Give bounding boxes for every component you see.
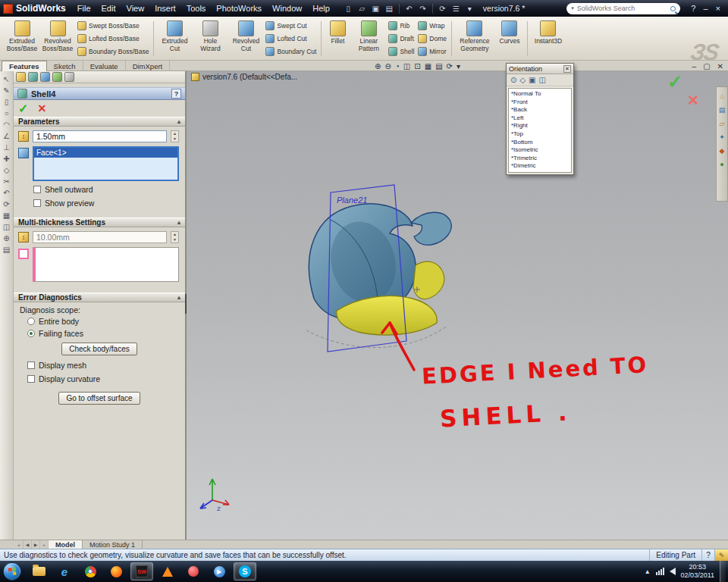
feature-tree-flyout[interactable]: version7.6 (Default<<Defa... — [191, 73, 297, 81]
tree-root-label[interactable]: version7.6 (Default<<Defa... — [202, 73, 297, 81]
zoom-to-area-icon[interactable]: ⊖ — [384, 62, 391, 70]
zoom-to-fit-icon[interactable]: ⊕ — [375, 62, 381, 70]
show-preview-checkbox[interactable] — [33, 199, 41, 207]
tab-sketch[interactable]: Sketch — [47, 61, 83, 71]
swept-boss-base-button[interactable]: Swept Boss/Base — [77, 20, 149, 32]
taskbar-clock[interactable]: 20:53 02/03/2011 — [681, 563, 714, 580]
view-top[interactable]: *Top — [511, 130, 569, 139]
featuremanager-tree-icon[interactable] — [16, 72, 26, 82]
design-library-icon[interactable]: ▤ — [719, 106, 726, 114]
left-toolbar-icon[interactable]: ↶ — [3, 189, 9, 197]
left-toolbar-icon[interactable]: ◇ — [4, 166, 10, 174]
accept-icon[interactable]: ✓ — [18, 102, 28, 116]
faces-to-remove-list[interactable]: Face<1> — [33, 146, 179, 181]
tab-model[interactable]: Model — [49, 540, 83, 549]
revolved-boss-base-button[interactable]: Revolved Boss/Base — [40, 18, 75, 59]
help-button[interactable]: ? — [691, 4, 695, 13]
tab-motion-study-1[interactable]: Motion Study 1 — [83, 540, 143, 549]
view-dimetric[interactable]: *Dimetric — [511, 162, 569, 171]
multi-thickness-faces-list[interactable] — [33, 247, 179, 282]
reset-views-icon[interactable]: ◫ — [539, 76, 546, 84]
appearances-icon[interactable]: ● — [720, 161, 723, 168]
reference-geometry-button[interactable]: Reference Geometry — [455, 18, 494, 59]
solidworks-resources-icon[interactable]: ⌂ — [720, 92, 723, 100]
lofted-cut-button[interactable]: Lofted Cut — [265, 33, 316, 44]
volume-icon[interactable] — [670, 568, 676, 575]
multi-thickness-spinner[interactable]: ▲▼ — [171, 231, 179, 243]
hide-show-items-icon[interactable]: ▤ — [435, 62, 442, 70]
pm-help-button[interactable]: ? — [171, 89, 181, 99]
taskbar-solidworks-button[interactable]: SW — [130, 562, 153, 580]
menu-insert[interactable]: Insert — [149, 2, 181, 14]
configurationmanager-icon[interactable] — [40, 72, 50, 82]
next-tab-icon[interactable]: ▶ — [32, 540, 40, 549]
multi-thickness-input[interactable]: 10.00mm — [33, 231, 167, 243]
taskbar-wmp-button[interactable]: ▶ — [208, 562, 231, 580]
taskbar-explorer-button[interactable] — [27, 562, 50, 580]
propertymanager-icon[interactable] — [28, 72, 38, 82]
dome-button[interactable]: Dome — [418, 33, 447, 44]
left-toolbar-icon[interactable]: ⊥ — [3, 143, 10, 152]
redo-icon[interactable]: ↷ — [417, 3, 428, 14]
menu-tools[interactable]: Tools — [181, 2, 212, 14]
pin-icon[interactable]: ⊙ — [510, 76, 516, 84]
close-button[interactable]: × — [716, 4, 720, 13]
prev-tab-icon[interactable]: ◀ — [24, 540, 32, 549]
selected-face-item[interactable]: Face<1> — [34, 148, 177, 158]
appearances-icon[interactable]: ⟳ — [447, 62, 453, 70]
options-icon[interactable]: ☰ — [450, 3, 462, 14]
left-toolbar-icon[interactable]: ⊕ — [3, 234, 9, 242]
left-toolbar-icon[interactable]: ▯ — [5, 98, 9, 106]
save-icon[interactable]: ▣ — [370, 3, 381, 14]
thickness-spinner[interactable]: ▲▼ — [171, 130, 179, 142]
check-body-faces-button[interactable]: Check body/faces — [61, 343, 137, 355]
last-tab-icon[interactable]: » — [40, 540, 49, 549]
lofted-boss-base-button[interactable]: Lofted Boss/Base — [77, 33, 149, 44]
search-input[interactable] — [577, 5, 667, 12]
swept-cut-button[interactable]: Swept Cut — [265, 20, 316, 32]
hole-wizard-button[interactable]: Hole Wizard — [193, 18, 228, 59]
display-curvature-checkbox[interactable] — [27, 375, 35, 383]
menu-file[interactable]: File — [72, 2, 96, 14]
view-right[interactable]: *Right — [511, 122, 569, 130]
revolved-cut-button[interactable]: Revolved Cut — [228, 18, 263, 59]
status-help-icon[interactable]: ? — [701, 549, 714, 561]
plane-label[interactable]: Plane21 — [337, 196, 367, 205]
view-bottom[interactable]: *Bottom — [511, 139, 569, 147]
taskbar-media-button[interactable] — [182, 562, 205, 580]
curves-button[interactable]: Curves — [495, 18, 524, 59]
rebuild-icon[interactable]: ⟳ — [437, 3, 448, 14]
left-toolbar-icon[interactable]: ✎ — [3, 86, 9, 95]
file-explorer-icon[interactable]: ▱ — [720, 120, 725, 127]
undo-icon[interactable]: ↶ — [403, 3, 415, 14]
left-toolbar-icon[interactable]: ◫ — [3, 223, 10, 231]
rib-button[interactable]: Rib — [388, 20, 414, 32]
search-box[interactable]: ▾ — [566, 3, 680, 14]
fillet-button[interactable]: Fillet — [325, 18, 350, 59]
go-to-offset-surface-button[interactable]: Go to offset surface — [58, 392, 140, 405]
doc-close-icon[interactable]: ✕ — [717, 62, 723, 70]
parameters-section-header[interactable]: Parameters ▴ — [14, 117, 185, 127]
taskbar-skype-button[interactable]: S — [234, 562, 256, 580]
network-icon[interactable] — [656, 568, 664, 575]
displaymanager-icon[interactable] — [64, 72, 74, 82]
view-front[interactable]: *Front — [511, 99, 569, 107]
draft-button[interactable]: Draft — [388, 33, 414, 44]
previous-view-icon[interactable]: ◔ — [395, 62, 400, 70]
orientation-close-icon[interactable]: ✕ — [563, 65, 571, 73]
orientation-title-bar[interactable]: Orientation ✕ — [507, 64, 573, 74]
search-tab-icon[interactable]: ✦ — [719, 133, 725, 141]
tab-features[interactable]: Features — [2, 61, 47, 71]
shell-outward-checkbox[interactable] — [33, 186, 41, 193]
dropdown-arrow-icon[interactable]: ▾ — [464, 3, 475, 14]
left-toolbar-icon[interactable]: ▦ — [3, 211, 10, 220]
hidden-icons-icon[interactable]: ▲ — [645, 568, 651, 575]
first-tab-icon[interactable]: « — [15, 540, 24, 549]
multi-thickness-section-header[interactable]: Multi-thickness Settings ▴ — [14, 217, 185, 227]
view-left[interactable]: *Left — [511, 114, 569, 123]
taskbar-firefox-button[interactable] — [105, 562, 127, 580]
shell-button[interactable]: Shell — [388, 45, 414, 57]
tab-evaluate[interactable]: Evaluate — [83, 61, 126, 71]
error-diagnostics-section-header[interactable]: Error Diagnostics ▴ — [14, 293, 185, 302]
thickness-input[interactable]: 1.50mm — [33, 130, 167, 142]
